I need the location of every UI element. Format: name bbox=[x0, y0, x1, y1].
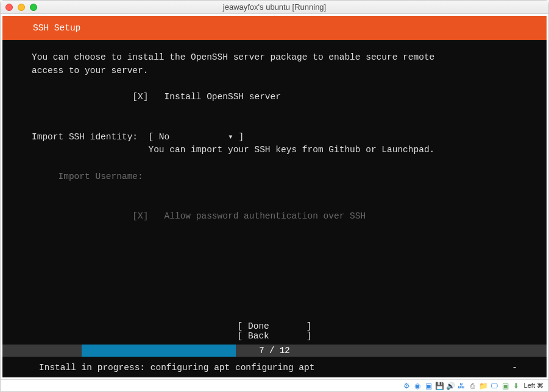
status-text: Install in progress: configuring apt con… bbox=[39, 363, 314, 373]
minimize-button[interactable] bbox=[18, 4, 25, 11]
import-identity-hint: You can import your SSH keys from Github… bbox=[148, 145, 434, 155]
import-username-label: Import Username: bbox=[58, 172, 143, 181]
window-title: jeawayfox's ubuntu [Running] bbox=[1, 2, 548, 12]
installer-body: You can choose to install the OpenSSH se… bbox=[2, 40, 547, 321]
progress-text: 7 / 12 bbox=[82, 345, 467, 357]
recording-icon[interactable]: ▣ bbox=[501, 381, 510, 390]
status-line: Install in progress: configuring apt con… bbox=[2, 357, 547, 377]
progress-row: 7 / 12 bbox=[2, 345, 547, 357]
back-button[interactable]: [ Back ] bbox=[238, 331, 312, 341]
settings-icon[interactable]: ⚙ bbox=[402, 381, 411, 390]
host-key-indicator: Left ⌘ bbox=[524, 382, 544, 390]
done-button[interactable]: [ Done ] bbox=[238, 321, 312, 331]
network-icon[interactable]: 🖧 bbox=[457, 381, 466, 390]
chevron-down-icon: ▾ bbox=[228, 132, 233, 142]
install-openssh-checkbox[interactable]: [X] Install OpenSSH server bbox=[132, 92, 281, 102]
usb-icon[interactable]: ⎙ bbox=[468, 381, 477, 390]
content-area: SSH Setup You can choose to install the … bbox=[1, 14, 548, 379]
installer-header: SSH Setup bbox=[2, 16, 547, 40]
disc-icon[interactable]: ◉ bbox=[413, 381, 422, 390]
allow-password-checkbox: [X] Allow password authentication over S… bbox=[132, 211, 366, 221]
progress-pad-left bbox=[2, 345, 82, 357]
vm-window: jeawayfox's ubuntu [Running] SSH Setup Y… bbox=[0, 0, 549, 392]
close-button[interactable] bbox=[5, 4, 13, 11]
shared-folder-icon[interactable]: 📁 bbox=[479, 381, 488, 390]
import-identity-label: Import SSH identity: bbox=[32, 132, 138, 142]
import-identity-select[interactable]: [ No ▾ ] bbox=[148, 132, 244, 142]
floppy-icon[interactable]: 💾 bbox=[435, 381, 444, 390]
display-icon[interactable]: 🖵 bbox=[490, 381, 499, 390]
terminal[interactable]: SSH Setup You can choose to install the … bbox=[2, 16, 547, 377]
mouse-integration-icon[interactable]: ⬇ bbox=[512, 381, 521, 390]
description-text: You can choose to install the OpenSSH se… bbox=[32, 52, 434, 75]
progress-bar: 7 / 12 bbox=[82, 345, 467, 357]
titlebar: jeawayfox's ubuntu [Running] bbox=[1, 1, 548, 14]
status-spinner: - bbox=[512, 363, 517, 373]
maximize-button[interactable] bbox=[30, 4, 37, 11]
audio-icon[interactable]: 🔊 bbox=[446, 381, 455, 390]
hard-disk-icon[interactable]: ▣ bbox=[424, 381, 433, 390]
traffic-lights bbox=[5, 4, 37, 11]
vm-statusbar: ⚙ ◉ ▣ 💾 🔊 🖧 ⎙ 📁 🖵 ▣ ⬇ Left ⌘ bbox=[1, 379, 548, 391]
nav-buttons: [ Done ] [ Back ] bbox=[2, 321, 547, 345]
progress-pad-right bbox=[467, 345, 547, 357]
